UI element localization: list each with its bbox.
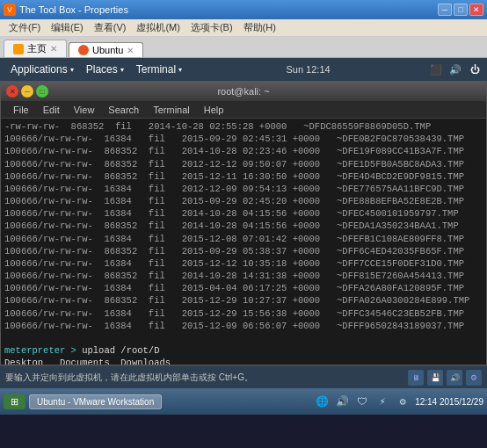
title-bar: V The Tool Box - Properties ─ □ ✕ [0,0,487,19]
taskbar-item-label: Ubuntu - VMware Workstation [37,397,154,407]
terminal-menu-bar: File Edit View Search Terminal Help [1,101,486,119]
term-line-8: 100666/rw-rw-rw- 16384 fil 2014-10-28 04… [4,207,483,220]
menu-tabs[interactable]: 选项卡(B) [185,19,238,36]
terminal-max-btn[interactable]: □ [36,85,48,98]
term-line-6: 100666/rw-rw-rw- 16384 fil 2012-12-09 09… [4,183,483,195]
tray-icon-2[interactable]: 💾 [427,370,443,386]
taskbar-ubuntu-item[interactable]: Ubuntu - VMware Workstation [29,394,162,409]
applications-menu[interactable]: Applications ▾ [5,61,79,77]
term-menu-file[interactable]: File [6,101,36,118]
term-line-14: 100666/rw-rw-rw- 16384 fil 2015-04-04 06… [4,282,483,294]
terminal-label: Terminal [136,63,176,76]
places-label: Places [86,63,118,76]
term-line-7: 100666/rw-rw-rw- 16384 fil 2015-09-29 02… [4,195,483,207]
term-line-13: 100666/rw-rw-rw- 868352 fil 2014-10-28 1… [4,270,483,282]
start-button[interactable]: ⊞ [4,394,25,409]
term-menu-view[interactable]: View [67,101,102,118]
applications-label: Applications [11,63,68,76]
taskbar: ⊞ Ubuntu - VMware Workstation 🌐 🔊 🛡 ⚡ ⚙ … [0,388,487,415]
tray-icon-1[interactable]: 🖥 [408,370,424,386]
vmware-menu-bar: 文件(F) 编辑(E) 查看(V) 虚拟机(M) 选项卡(B) 帮助(H) [0,19,487,37]
term-line-2: 100666/rw-rw-rw- 16384 fil 2015-09-29 02… [4,133,483,145]
terminal-title-text: root@kali: ~ [217,86,269,97]
maximize-button[interactable]: □ [454,4,468,16]
applications-arrow: ▾ [70,66,74,74]
term-line-15: 100666/rw-rw-rw- 868352 fil 2015-12-29 1… [4,294,483,307]
term-line-17: 100666/rw-rw-rw- 16384 fil 2015-12-09 06… [4,320,483,332]
term-line-5: 100666/rw-rw-rw- 868352 fil 2015-12-11 1… [4,170,483,183]
menu-file[interactable]: 文件(F) [4,19,46,36]
term-line-9: 100666/rw-rw-rw- 868352 fil 2014-10-28 0… [4,220,483,232]
term-menu-search[interactable]: Search [101,101,146,118]
tray-settings[interactable]: ⚙ [394,393,411,410]
tab-ubuntu[interactable]: Ubuntu ✕ [69,42,143,57]
term-cmd-1: meterpreter > upload /root/D [4,344,483,357]
tab-home[interactable]: 主页 ✕ [4,40,67,57]
tab-home-close[interactable]: ✕ [50,44,57,54]
gnome-network-icon[interactable]: ⬛ [429,62,443,76]
window-title: The Tool Box - Properties [19,4,128,15]
taskbar-tray: 🌐 🔊 🛡 ⚡ ⚙ [313,393,411,410]
tray-icon-3[interactable]: 🔊 [447,370,462,386]
terminal-close-btn[interactable]: ✕ [6,85,18,98]
menu-help[interactable]: 帮助(H) [238,19,281,36]
places-menu[interactable]: Places ▾ [81,61,129,77]
taskbar-clock: 12:14 2015/12/29 [415,397,483,407]
terminal-min-btn[interactable]: ─ [21,85,33,98]
vmware-icon: V [4,4,16,16]
menu-edit[interactable]: 编辑(E) [46,19,89,36]
menu-view[interactable]: 查看(V) [89,19,132,36]
close-button[interactable]: ✕ [469,4,483,16]
vm-status-bar: 要输入并定向到此虚拟机，请在此虚拟机内部单击或按 Ctrl+G。 🖥 💾 🔊 ⚙ [0,365,487,388]
gnome-top-bar: Applications ▾ Places ▾ Terminal ▾ Sun 1… [0,58,487,81]
tab-bar: 主页 ✕ Ubuntu ✕ [0,37,487,58]
tray-sound[interactable]: 🔊 [333,393,351,410]
term-line-blank1 [4,332,483,344]
term-menu-edit[interactable]: Edit [36,101,67,118]
tray-network[interactable]: 🌐 [313,393,331,410]
terminal-window: ✕ ─ □ root@kali: ~ File Edit View Search… [0,81,487,365]
tab-home-label: 主页 [27,42,47,55]
minimize-button[interactable]: ─ [438,4,452,16]
term-line-3: 100666/rw-rw-rw- 868352 fil 2014-10-28 0… [4,145,483,157]
terminal-content[interactable]: -rw-rw-rw- 868352 fil 2014-10-28 02:55:2… [1,119,486,365]
gnome-bar-left: Applications ▾ Places ▾ Terminal ▾ [5,61,187,77]
terminal-menu-btn[interactable]: Terminal ▾ [131,61,187,77]
gnome-sound-icon[interactable]: 🔊 [448,62,462,76]
term-completions: Desktop Documents Downloads [4,357,483,365]
title-bar-left: V The Tool Box - Properties [4,4,128,16]
tab-ubuntu-close[interactable]: ✕ [127,46,134,55]
menu-vm[interactable]: 虚拟机(M) [131,19,185,36]
term-menu-help[interactable]: Help [197,101,231,118]
home-tab-icon [13,44,24,54]
status-message: 要输入并定向到此虚拟机，请在此虚拟机内部单击或按 Ctrl+G。 [5,372,408,384]
terminal-arrow: ▾ [178,66,182,74]
term-line-12: 100666/rw-rw-rw- 16384 fil 2015-12-12 10… [4,257,483,270]
terminal-controls: ✕ ─ □ [6,85,48,98]
gnome-datetime: Sun 12:14 [187,64,429,75]
tray-icon-4[interactable]: ⚙ [466,370,482,386]
term-line-10: 100666/rw-rw-rw- 16384 fil 2015-12-08 07… [4,233,483,245]
tray-battery[interactable]: ⚡ [374,393,391,410]
term-line-11: 100666/rw-rw-rw- 868352 fil 2015-09-29 0… [4,245,483,257]
term-line-4: 100666/rw-rw-rw- 868352 fil 2012-12-12 0… [4,158,483,170]
ubuntu-tab-icon [78,45,89,55]
terminal-titlebar: ✕ ─ □ root@kali: ~ [1,82,486,101]
tab-ubuntu-label: Ubuntu [92,45,123,55]
gnome-bar-right: ⬛ 🔊 ⏻ [429,62,482,76]
term-menu-terminal[interactable]: Terminal [146,101,197,118]
title-bar-controls: ─ □ ✕ [438,4,483,16]
gnome-power-icon[interactable]: ⏻ [468,62,482,76]
places-arrow: ▾ [120,66,124,74]
term-line-1: -rw-rw-rw- 868352 fil 2014-10-28 02:55:2… [4,120,483,133]
status-right: 🖥 💾 🔊 ⚙ [408,370,482,386]
tray-security[interactable]: 🛡 [353,393,371,410]
term-line-16: 100666/rw-rw-rw- 16384 fil 2015-12-29 15… [4,307,483,320]
